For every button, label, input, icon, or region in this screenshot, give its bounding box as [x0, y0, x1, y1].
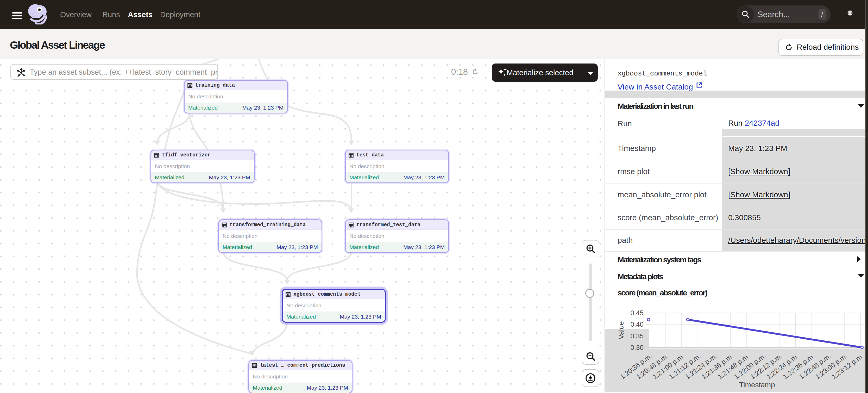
svg-text:0.35: 0.35 — [630, 332, 644, 340]
svg-text:Timestamp: Timestamp — [739, 381, 775, 389]
svg-text:Value: Value — [617, 321, 625, 339]
svg-text:0.30: 0.30 — [630, 343, 644, 351]
svg-text:0.40: 0.40 — [630, 320, 644, 328]
svg-text:0.45: 0.45 — [630, 309, 644, 317]
